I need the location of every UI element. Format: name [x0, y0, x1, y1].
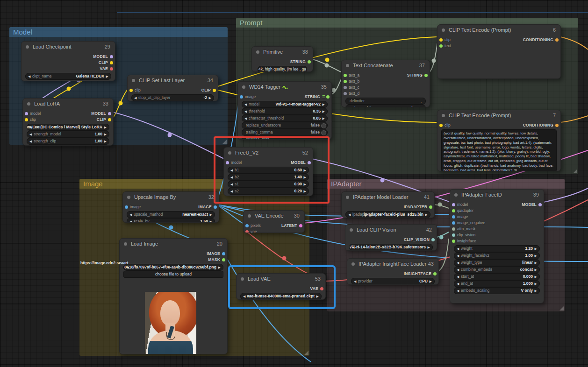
increment-arrow-icon[interactable]: ▶ — [535, 267, 537, 273]
increment-arrow-icon[interactable]: ▶ — [104, 124, 107, 130]
increment-arrow-icon[interactable]: ▶ — [535, 281, 537, 287]
widget-trailing_comma[interactable]: trailing_comma false — [242, 129, 328, 136]
toggle-knob[interactable] — [321, 123, 326, 128]
node-graph-canvas[interactable]: ModelPromptImageIPAdapter https://image.… — [0, 0, 588, 367]
increment-arrow-icon[interactable]: ▶ — [323, 115, 325, 121]
collapse-dot[interactable] — [346, 64, 349, 67]
widget-end_at[interactable]: ◀ end_at 1.000 ▶ — [454, 280, 540, 287]
node-ipadapter-faceid[interactable]: IPAdapter FaceID 39 model ipadapter imag… — [450, 189, 544, 303]
node-clip-text-encode-positive[interactable]: CLIP Text Encode (Prompt) 6 clip text CO… — [437, 24, 561, 79]
output-port-CLIP[interactable] — [108, 118, 111, 121]
output-port-STRING[interactable] — [424, 74, 428, 77]
node-load-lora[interactable]: Load LoRA 33 model clip MODEL CLIP ◀ lor… — [22, 98, 114, 146]
decrement-arrow-icon[interactable]: ◀ — [134, 95, 136, 101]
node-header-ipadapter-insightface-loader[interactable]: IPAdapter InsightFace Loader 43 — [347, 259, 438, 269]
decrement-arrow-icon[interactable]: ◀ — [457, 260, 459, 266]
node-header-wd14-tagger[interactable]: WD14 Tagger 35 — [238, 82, 331, 92]
node-header-clip-set-last-layer[interactable]: CLIP Set Last Layer 34 — [128, 75, 218, 85]
increment-arrow-icon[interactable]: ▶ — [104, 138, 107, 144]
node-header-ipadapter-faceid[interactable]: IPAdapter FaceID 39 — [450, 190, 544, 200]
input-port-insightface[interactable] — [452, 240, 455, 243]
widget-upscale_method[interactable]: ◀ upscale_method nearest-exact ▶ — [127, 211, 215, 218]
collapse-dot[interactable] — [27, 102, 30, 106]
output-port-IMAGE[interactable] — [214, 205, 217, 209]
increment-arrow-icon[interactable]: ▶ — [428, 244, 430, 250]
node-load-clip-vision[interactable]: Load CLIP Vision 42 CLIP_VISION ◀ clip_n… — [345, 224, 437, 251]
node-primitive[interactable]: Primitive 38 STRING 4k, high quality, ji… — [251, 46, 313, 72]
increment-arrow-icon[interactable]: ▶ — [421, 105, 423, 107]
output-port-CLIP_VISION[interactable] — [431, 238, 435, 241]
decrement-arrow-icon[interactable]: ◀ — [457, 253, 459, 259]
input-port-image_negative[interactable] — [452, 221, 455, 225]
input-port-image[interactable] — [452, 215, 455, 219]
wire-reroute-dot[interactable] — [325, 58, 330, 62]
wire-reroute-dot[interactable] — [432, 59, 436, 63]
widget-stop_at_clip_layer[interactable]: ◀ stop_at_clip_layer -2 ▶ — [131, 94, 214, 101]
node-vae-encode[interactable]: VAE Encode 30 pixels vae LATENT — [243, 210, 305, 233]
widget-character_threshold[interactable]: ◀ character_threshold 0.85 ▶ — [242, 115, 328, 122]
collapse-dot[interactable] — [454, 193, 458, 197]
collapse-dot[interactable] — [346, 196, 349, 199]
increment-arrow-icon[interactable]: ▶ — [425, 212, 428, 218]
output-port-STRING[interactable] — [326, 95, 330, 99]
increment-arrow-icon[interactable]: ▶ — [218, 264, 221, 270]
node-text-concatenate[interactable]: Text Concatenate 37 text_a text_b text_c… — [341, 60, 430, 107]
wire-reroute-dot[interactable] — [332, 88, 336, 92]
output-port-VAE[interactable] — [110, 67, 113, 71]
decrement-arrow-icon[interactable]: ◀ — [29, 131, 32, 137]
widget-strength_model[interactable]: ◀ strength_model 1.00 ▶ — [27, 131, 109, 138]
widget-threshold[interactable]: ◀ threshold 0.35 ▶ — [242, 108, 328, 115]
decrement-arrow-icon[interactable]: ◀ — [354, 278, 356, 284]
node-clip-text-encode-negative[interactable]: CLIP Text Encode (Prompt) 7 clip CONDITI… — [437, 110, 561, 171]
node-header-text-concatenate[interactable]: Text Concatenate 37 — [342, 60, 430, 71]
increment-arrow-icon[interactable]: ▶ — [106, 73, 108, 79]
node-load-checkpoint[interactable]: Load Checkpoint 29 MODEL CLIP VAE ◀ ckpt… — [21, 41, 115, 81]
node-header-clip-text-encode-positive[interactable]: CLIP Text Encode (Prompt) 6 — [437, 25, 560, 35]
collapse-dot[interactable] — [242, 85, 245, 89]
increment-arrow-icon[interactable]: ▶ — [535, 253, 537, 259]
wire-reroute-dot[interactable] — [438, 203, 442, 207]
widget-start_at[interactable]: ◀ start_at 0.000 ▶ — [454, 273, 540, 280]
decrement-arrow-icon[interactable]: ◀ — [457, 288, 459, 294]
string-list-icon[interactable]: ☰ — [322, 94, 325, 100]
widget-lora_name[interactable]: ◀ lora_name Jim Lee (DC Comics / Marvel)… — [27, 124, 109, 131]
output-port-MODEL[interactable] — [110, 55, 113, 58]
collapse-dot[interactable] — [442, 28, 445, 32]
input-port-text_d[interactable] — [344, 92, 347, 95]
increment-arrow-icon[interactable]: ▶ — [104, 131, 107, 137]
output-port-LATENT[interactable] — [299, 224, 302, 227]
output-port-MODEL[interactable] — [538, 203, 542, 206]
widget-combine_embeds[interactable]: ◀ combine_embeds concat ▶ — [454, 266, 540, 273]
widget-replace_underscore[interactable]: replace_underscore false — [242, 122, 328, 129]
node-load-image[interactable]: Load Image 20 IMAGE MASK ◀ ai/20240518/f… — [119, 238, 228, 354]
widget-ckpt_name[interactable]: ◀ ckpt_name Galena REDUX ▶ — [25, 73, 111, 80]
output-port-CLIP[interactable] — [213, 89, 216, 92]
node-header-load-checkpoint[interactable]: Load Checkpoint 29 — [22, 42, 115, 52]
decrement-arrow-icon[interactable]: ◀ — [457, 246, 459, 252]
widget-delimiter[interactable]: delimiter , — [345, 98, 426, 105]
input-port-attn_mask[interactable] — [452, 227, 455, 231]
increment-arrow-icon[interactable]: ▶ — [430, 278, 432, 284]
collapse-dot[interactable] — [26, 45, 29, 49]
toggle-knob[interactable] — [321, 130, 326, 135]
widget-scale_by[interactable]: ◀ scale_by 1.50 ▶ — [127, 218, 215, 223]
widget-combo[interactable]: ◀ ai/20240518/f870979f-b857-4f0e-aa4b-db… — [123, 264, 223, 271]
node-header-upscale-image-by[interactable]: Upscale Image By 32 — [123, 192, 219, 202]
widget-weight[interactable]: ◀ weight 1.20 ▶ — [454, 245, 540, 252]
output-port-MASK[interactable] — [222, 258, 225, 261]
decrement-arrow-icon[interactable]: ◀ — [457, 281, 459, 287]
input-port-text[interactable] — [439, 44, 443, 48]
decrement-arrow-icon[interactable]: ◀ — [457, 267, 459, 273]
decrement-arrow-icon[interactable]: ◀ — [28, 73, 30, 79]
widget-provider[interactable]: ◀ provider CPU ▶ — [351, 278, 435, 285]
decrement-arrow-icon[interactable]: ◀ — [348, 212, 351, 218]
node-upscale-image-by[interactable]: Upscale Image By 32 image IMAGE ◀ upscal… — [122, 191, 219, 223]
input-port-text_b[interactable] — [344, 80, 347, 83]
output-port-CONDITIONING[interactable] — [555, 124, 559, 127]
collapse-dot[interactable] — [442, 114, 445, 117]
node-header-ipadapter-model-loader[interactable]: IPAdapter Model Loader 41 — [342, 192, 434, 202]
node-header-vae-encode[interactable]: VAE Encode 30 — [244, 211, 304, 221]
increment-arrow-icon[interactable]: ▶ — [210, 219, 212, 223]
wire-reroute-dot[interactable] — [169, 226, 173, 230]
input-port-vae[interactable] — [245, 230, 249, 233]
